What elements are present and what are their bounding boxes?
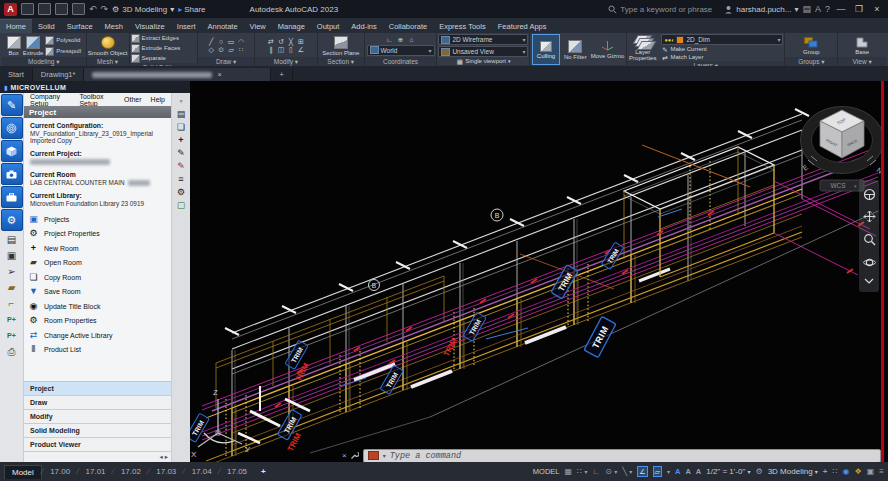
project-files-button[interactable] — [1, 186, 23, 208]
new-layout-button[interactable]: + — [254, 465, 273, 478]
clipboard-icon[interactable]: ▤ — [3, 232, 21, 247]
presspull-button[interactable]: Presspull — [45, 47, 81, 56]
group-button[interactable]: Group — [803, 37, 820, 55]
base-button[interactable]: Base — [855, 37, 869, 55]
folder-icon[interactable]: ▰ — [3, 280, 21, 295]
command-line[interactable]: × ▾ Type a command — [340, 449, 881, 462]
solid-model-button[interactable] — [1, 140, 23, 162]
document-icon[interactable]: ▤ — [177, 109, 186, 119]
wireframe-drawing[interactable]: B B TRIM TRIM TRIM TRIM TRIM TRIM — [190, 81, 884, 462]
annotation-scale-icon[interactable]: A — [696, 467, 701, 476]
options-icon[interactable]: ◦ — [179, 96, 182, 106]
layout-tab-17-05[interactable]: 17.05 — [220, 465, 254, 478]
action-save-room[interactable]: ▼Save Room — [28, 285, 167, 300]
extrude-button[interactable]: Extrude — [23, 36, 44, 56]
match-layer-button[interactable]: ⇄Match Layer — [661, 54, 783, 61]
modeling-panel-label[interactable]: Modeling ▾ — [2, 57, 86, 66]
minimize-button[interactable]: — — [834, 4, 848, 14]
ucs-dropdown[interactable]: World▾ — [367, 45, 435, 56]
settings-button[interactable]: ⚙ — [1, 209, 23, 231]
box-button[interactable]: Box — [7, 36, 21, 56]
start-tab[interactable]: Start — [0, 68, 33, 81]
mesh-panel-label[interactable]: Mesh ▾ — [87, 57, 129, 66]
ellipse-icon[interactable]: ⊙ — [216, 46, 226, 54]
redo-icon[interactable]: ↷ — [101, 4, 109, 14]
fingerprint-button[interactable] — [1, 117, 23, 139]
command-input[interactable]: ▾ Type a command — [363, 449, 881, 463]
scroll-right-icon[interactable]: ▸ — [165, 453, 168, 461]
accordion-modify[interactable]: Modify — [24, 410, 171, 424]
rotate-icon[interactable]: ↺ — [276, 38, 286, 46]
close-button[interactable]: × — [870, 4, 884, 14]
coordinates-panel-label[interactable]: Coordinates — [365, 57, 437, 66]
tab-home[interactable]: Home — [0, 19, 32, 33]
render-button[interactable] — [1, 163, 23, 185]
groups-panel-label[interactable]: Groups ▾ — [785, 57, 837, 66]
menu-toolbox-setup[interactable]: Toolbox Setup — [79, 93, 115, 107]
accordion-solid-modeling[interactable]: Solid Modeling — [24, 424, 171, 438]
tab-visualize[interactable]: Visualize — [129, 20, 171, 33]
graphics-performance-icon[interactable]: ◉ — [843, 467, 850, 476]
tab-surface[interactable]: Surface — [61, 20, 99, 33]
tab-collaborate[interactable]: Collaborate — [383, 20, 433, 33]
orbit-icon[interactable] — [863, 256, 876, 269]
tab-solid[interactable]: Solid — [32, 20, 61, 33]
menu-other[interactable]: Other — [124, 96, 142, 103]
annotation-monitor-icon[interactable]: + — [823, 467, 828, 476]
hatch-icon[interactable]: ▱ — [226, 46, 236, 54]
isolate-objects-icon[interactable]: ∷ — [833, 467, 838, 476]
restore-button[interactable]: ❐ — [852, 4, 866, 14]
polar-tracking-icon[interactable]: ⊙ ▾ — [605, 467, 617, 476]
save-icon[interactable] — [55, 3, 68, 15]
product-add-icon[interactable]: P+ — [3, 312, 21, 327]
array-icon[interactable]: ⊞ — [296, 38, 306, 46]
search-box[interactable]: Type a keyword or phrase — [608, 5, 712, 14]
pencil-icon[interactable]: ✎ — [177, 148, 185, 158]
workspace-switcher[interactable]: ⚙ 3D Modeling ▾ — [112, 5, 174, 14]
polysolid-button[interactable]: Polysolid — [45, 36, 81, 45]
undo-icon[interactable]: ↶ — [89, 4, 97, 14]
pan-icon[interactable] — [863, 210, 876, 223]
wrench-icon[interactable] — [350, 451, 359, 460]
workspace-gear-icon[interactable]: ⚙ — [756, 467, 763, 476]
tab-express-tools[interactable]: Express Tools — [433, 20, 492, 33]
mirror-icon[interactable]: ◫ — [276, 46, 286, 54]
move-icon[interactable]: ⇄ — [266, 38, 276, 46]
open-file-icon[interactable] — [38, 3, 51, 15]
accordion-draw[interactable]: Draw — [24, 396, 171, 410]
extrude-faces-button[interactable]: Extrude Faces — [131, 44, 181, 53]
action-copy-room[interactable]: ❏Copy Room — [28, 270, 167, 285]
no-filter-button[interactable]: No Filter — [564, 40, 587, 60]
tab-addins[interactable]: Add-ins — [345, 20, 382, 33]
account-area[interactable]: harshad.puch... ▾ — [724, 5, 798, 14]
window-settings-icon[interactable]: ▣ — [3, 248, 21, 263]
share-button[interactable]: ▸ Share — [178, 5, 205, 14]
send-icon[interactable]: ➢ — [3, 264, 21, 279]
close-command-icon[interactable]: × — [342, 451, 347, 460]
workspace-switch[interactable]: 3D Modeling ▾ — [768, 467, 818, 476]
layout-tab-17-00[interactable]: 17.00 — [43, 465, 77, 478]
section-plane-button[interactable]: Section Plane — [322, 36, 359, 56]
part-add-icon[interactable]: P+ — [3, 328, 21, 343]
layout-tab-17-04[interactable]: 17.04 — [185, 465, 219, 478]
scroll-left-icon[interactable]: ◂ — [159, 453, 162, 461]
action-room-properties[interactable]: ⚙Room Properties — [28, 314, 167, 329]
move-gizmo-button[interactable]: Move Gizmo — [591, 40, 625, 59]
layout-tab-17-01[interactable]: 17.01 — [79, 465, 113, 478]
modify-panel-label[interactable]: Modify ▾ — [255, 57, 317, 66]
menu-help[interactable]: Help — [151, 96, 165, 103]
close-tab-icon[interactable]: × — [217, 70, 221, 79]
brush-icon[interactable]: ✎ — [177, 161, 185, 171]
layout-tab-17-03[interactable]: 17.03 — [149, 465, 183, 478]
extract-edges-button[interactable]: Extract Edges — [131, 34, 179, 43]
customization-menu-icon[interactable]: ≡ — [879, 467, 884, 476]
autodesk-a-icon[interactable]: A — [815, 4, 821, 14]
compass-east[interactable]: E — [801, 163, 809, 172]
tab-output[interactable]: Output — [311, 20, 346, 33]
osnap-dropdown-icon[interactable]: ▾ — [667, 468, 670, 475]
accordion-product-viewer[interactable]: Product Viewer — [24, 438, 171, 452]
visual-style-dropdown[interactable]: 2D Wireframe▾ — [438, 34, 528, 45]
move-icon[interactable]: + — [178, 135, 183, 145]
help-icon[interactable]: ? — [825, 4, 830, 14]
ucs-origin-icon[interactable]: ⌂ — [408, 36, 415, 43]
